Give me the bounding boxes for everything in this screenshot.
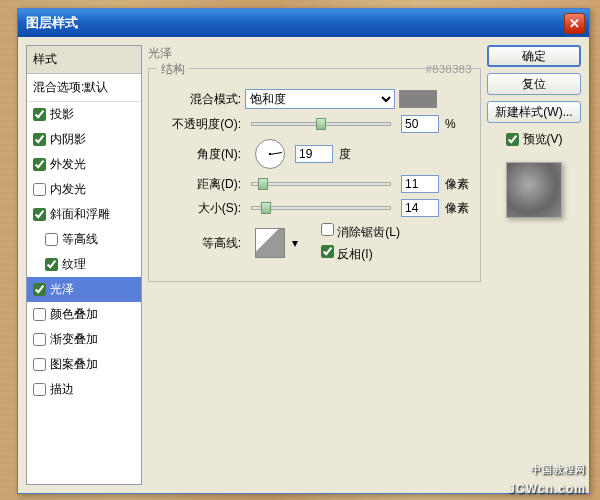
style-item[interactable]: 描边 [27,377,141,402]
antialias-checkbox[interactable] [321,223,334,236]
angle-input[interactable] [295,145,333,163]
color-swatch[interactable] [399,90,437,108]
opacity-slider[interactable] [251,122,391,126]
hex-label: #838383 [426,63,472,75]
blend-options-row[interactable]: 混合选项:默认 [27,74,141,102]
style-checkbox[interactable] [33,183,46,196]
style-item[interactable]: 图案叠加 [27,352,141,377]
style-item[interactable]: 内阴影 [27,127,141,152]
watermark: 中国教程网 JCWcn.com [508,463,586,498]
style-label: 等高线 [62,231,98,248]
size-input[interactable] [401,199,439,217]
opacity-unit: % [445,117,456,131]
button-column: 确定 复位 新建样式(W)... 预览(V) [487,45,581,485]
distance-unit: 像素 [445,176,469,193]
preview-checkbox[interactable] [506,133,519,146]
distance-input[interactable] [401,175,439,193]
section-title: 光泽 [148,45,481,62]
style-item[interactable]: 外发光 [27,152,141,177]
style-checkbox[interactable] [33,283,46,296]
style-item[interactable]: 光泽 [27,277,141,302]
style-checkbox[interactable] [45,233,58,246]
style-item[interactable]: 投影 [27,102,141,127]
blend-mode-select[interactable]: 饱和度 [245,89,395,109]
style-item[interactable]: 纹理 [27,252,141,277]
fieldset-legend: 结构 [157,61,189,78]
invert-checkbox[interactable] [321,245,334,258]
preview-row[interactable]: 预览(V) [487,131,581,148]
close-button[interactable]: ✕ [564,13,585,34]
chevron-down-icon: ▾ [292,236,298,250]
style-item[interactable]: 斜面和浮雕 [27,202,141,227]
blend-mode-label: 混合模式: [159,91,241,108]
style-label: 渐变叠加 [50,331,98,348]
contour-thumbnail[interactable] [255,228,285,258]
styles-panel: 样式 混合选项:默认 投影内阴影外发光内发光斜面和浮雕等高线纹理光泽颜色叠加渐变… [26,45,142,485]
preview-label: 预览(V) [523,131,563,148]
style-item[interactable]: 等高线 [27,227,141,252]
size-label: 大小(S): [159,200,241,217]
style-item[interactable]: 颜色叠加 [27,302,141,327]
style-checkbox[interactable] [45,258,58,271]
titlebar[interactable]: 图层样式 ✕ [18,9,589,37]
style-checkbox[interactable] [33,358,46,371]
style-label: 外发光 [50,156,86,173]
style-checkbox[interactable] [33,208,46,221]
close-icon: ✕ [565,16,584,31]
style-label: 斜面和浮雕 [50,206,110,223]
style-checkbox[interactable] [33,133,46,146]
angle-unit: 度 [339,146,351,163]
distance-label: 距离(D): [159,176,241,193]
style-label: 描边 [50,381,74,398]
style-checkbox[interactable] [33,108,46,121]
distance-slider[interactable] [251,182,391,186]
style-item[interactable]: 内发光 [27,177,141,202]
ok-button[interactable]: 确定 [487,45,581,67]
antialias-row[interactable]: 消除锯齿(L) [321,223,400,241]
style-label: 颜色叠加 [50,306,98,323]
style-label: 内发光 [50,181,86,198]
contour-label: 等高线: [159,235,241,252]
new-style-button[interactable]: 新建样式(W)... [487,101,581,123]
style-label: 光泽 [50,281,74,298]
contour-dropdown[interactable]: ▾ [289,228,301,258]
styles-header: 样式 [27,46,141,74]
style-label: 投影 [50,106,74,123]
angle-label: 角度(N): [159,146,241,163]
style-label: 图案叠加 [50,356,98,373]
cancel-button[interactable]: 复位 [487,73,581,95]
style-checkbox[interactable] [33,383,46,396]
opacity-label: 不透明度(O): [159,116,241,133]
style-checkbox[interactable] [33,158,46,171]
style-checkbox[interactable] [33,333,46,346]
main-settings: 光泽 结构 #838383 混合模式: 饱和度 不透明度(O): % [148,45,481,485]
window-title: 图层样式 [22,14,564,32]
size-slider[interactable] [251,206,391,210]
style-label: 纹理 [62,256,86,273]
style-checkbox[interactable] [33,308,46,321]
structure-fieldset: 结构 #838383 混合模式: 饱和度 不透明度(O): % 角度(N) [148,68,481,282]
style-item[interactable]: 渐变叠加 [27,327,141,352]
size-unit: 像素 [445,200,469,217]
invert-row[interactable]: 反相(I) [321,245,400,263]
preview-thumbnail [506,162,562,218]
opacity-input[interactable] [401,115,439,133]
angle-dial[interactable] [255,139,285,169]
style-label: 内阴影 [50,131,86,148]
